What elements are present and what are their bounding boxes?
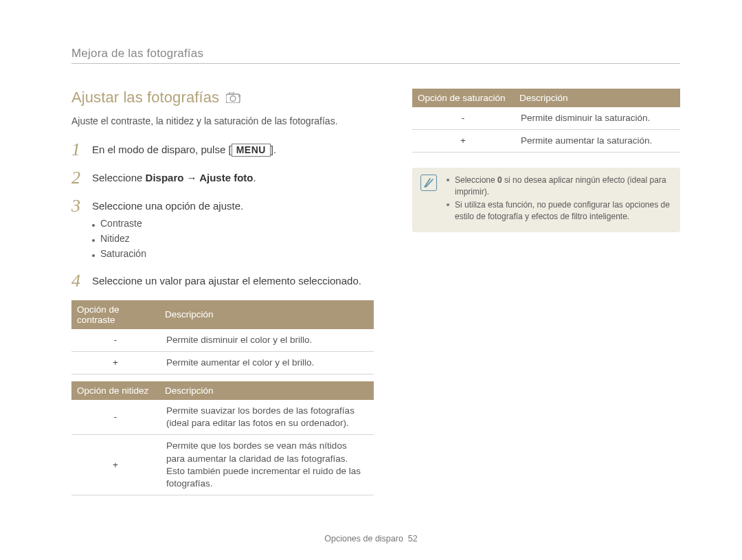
option-desc: Permite suavizar los bordes de las fotog… (159, 400, 374, 435)
table-header: Descripción (159, 381, 374, 400)
section-heading: Ajustar las fotografías (71, 89, 219, 107)
bullet-icon (92, 254, 95, 257)
step-2: 2 Seleccione Disparo → Ajuste foto. (71, 168, 374, 187)
step-number: 2 (71, 168, 84, 187)
saturation-table: Opción de saturación Descripción - Permi… (412, 89, 680, 153)
manual-page: Mejora de las fotografías Ajustar las fo… (0, 0, 742, 560)
step-prefix: En el modo de disparo, pulse [ (92, 144, 232, 155)
section-subtitle: Ajuste el contraste, la nitidez y la sat… (71, 115, 374, 128)
step-prefix: Seleccione una opción de ajuste. (92, 200, 243, 212)
right-column: Opción de saturación Descripción - Permi… (412, 89, 680, 502)
step-suffix: . (254, 172, 256, 183)
option-desc: Permite disminuir la saturación. (514, 107, 680, 130)
left-column: Ajustar las fotografías P Ajuste el cont… (71, 89, 374, 502)
sublist-item: Contraste (92, 217, 374, 231)
step-prefix: Seleccione (92, 172, 146, 183)
sublist-item: Nitidez (92, 232, 374, 246)
option-desc: Permite que los bordes se vean más nítid… (159, 435, 374, 495)
sublist-item: Saturación (92, 247, 374, 261)
bullet-icon (447, 179, 449, 181)
step-4: 4 Seleccione un valor para ajustar el el… (71, 271, 374, 290)
step-suffix: ]. (271, 144, 276, 155)
step-number: 1 (71, 140, 84, 159)
note-box: Seleccione 0 si no desea aplicar ningún … (412, 168, 680, 232)
page-footer: Opciones de disparo 52 (0, 534, 742, 544)
menu-key: MENU (232, 144, 271, 157)
table-header: Opción de saturación (412, 89, 514, 107)
note-list: Seleccione 0 si no desea aplicar ningún … (447, 175, 671, 222)
divider (71, 63, 680, 64)
step-sublist: Contraste Nitidez Saturación (92, 217, 374, 260)
table-row: - Permite disminuir el color y el brillo… (71, 329, 374, 352)
note-strong: 0 (497, 175, 502, 185)
table-header: Descripción (514, 89, 680, 107)
bullet-icon (92, 239, 95, 242)
content-columns: Ajustar las fotografías P Ajuste el cont… (71, 89, 680, 502)
svg-point-2 (230, 96, 236, 102)
note-item: Seleccione 0 si no desea aplicar ningún … (447, 175, 671, 198)
option-symbol: + (71, 351, 159, 374)
step-number: 3 (71, 197, 84, 215)
option-desc: Permite aumentar la saturación. (514, 130, 680, 153)
table-header: Opción de contraste (71, 300, 159, 329)
table-row: - Permite suavizar los bordes de las fot… (71, 400, 374, 435)
svg-rect-1 (229, 92, 234, 95)
step-number: 4 (71, 271, 84, 290)
footer-page: 52 (408, 534, 418, 544)
section-title: Ajustar las fotografías P (71, 89, 374, 107)
step-3: 3 Seleccione una opción de ajuste. Contr… (71, 197, 374, 262)
step-text: Seleccione una opción de ajuste. Contras… (92, 197, 374, 262)
sublist-text: Nitidez (100, 232, 130, 246)
option-symbol: - (412, 107, 514, 130)
note-text: Seleccione 0 si no desea aplicar ningún … (455, 175, 671, 198)
step-text: Seleccione un valor para ajustar el elem… (92, 271, 374, 288)
note-pre: Seleccione (455, 175, 497, 185)
option-desc: Permite aumentar el color y el brillo. (159, 351, 374, 374)
step-bold: Disparo → Ajuste foto (146, 172, 254, 183)
step-1: 1 En el modo de disparo, pulse [MENU]. (71, 140, 374, 159)
option-symbol: - (71, 400, 159, 435)
option-symbol: + (71, 435, 159, 495)
sublist-text: Contraste (100, 217, 142, 231)
table-row: + Permite que los bordes se vean más nít… (71, 435, 374, 495)
bullet-icon (447, 203, 449, 206)
footer-section: Opciones de disparo (324, 534, 403, 544)
sublist-text: Saturación (100, 247, 146, 261)
table-row: + Permite aumentar la saturación. (412, 130, 680, 153)
table-row: - Permite disminuir la saturación. (412, 107, 680, 130)
note-item: Si utiliza esta función, no puede config… (447, 199, 671, 223)
step-text: Seleccione Disparo → Ajuste foto. (92, 168, 374, 185)
camera-p-icon: P (226, 92, 241, 103)
option-desc: Permite disminuir el color y el brillo. (159, 329, 374, 352)
note-text: Si utiliza esta función, no puede config… (455, 199, 671, 223)
bullet-icon (92, 224, 95, 227)
contrast-table: Opción de contraste Descripción - Permit… (71, 300, 374, 374)
step-prefix: Seleccione un valor para ajustar el elem… (92, 275, 361, 287)
step-text: En el modo de disparo, pulse [MENU]. (92, 140, 374, 157)
option-symbol: - (71, 329, 159, 352)
info-icon (420, 175, 437, 191)
table-row: + Permite aumentar el color y el brillo. (71, 351, 374, 374)
breadcrumb: Mejora de las fotografías (71, 47, 680, 60)
step-list: 1 En el modo de disparo, pulse [MENU]. 2… (71, 140, 374, 291)
option-symbol: + (412, 130, 514, 153)
svg-text:P: P (238, 94, 241, 98)
table-header: Descripción (159, 300, 374, 329)
sharpness-table: Opción de nitidez Descripción - Permite … (71, 381, 374, 495)
table-header: Opción de nitidez (71, 381, 159, 400)
